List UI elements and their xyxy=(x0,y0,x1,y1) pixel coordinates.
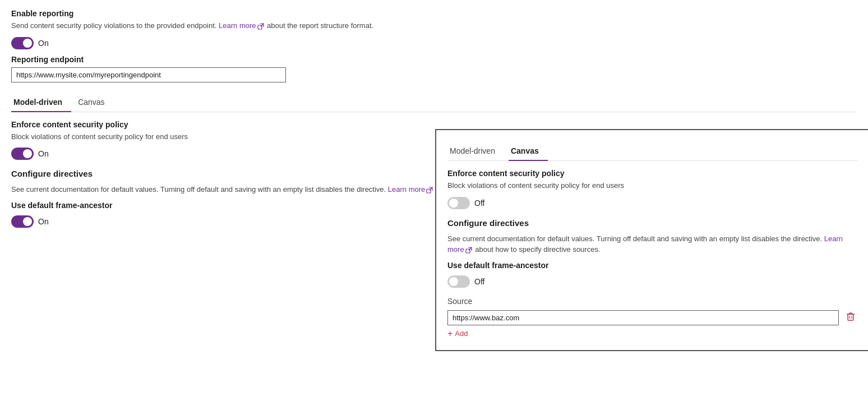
frame-ancestor-toggle-track xyxy=(11,215,34,228)
overlay-tab-model-driven[interactable]: Model-driven xyxy=(447,142,504,161)
enable-reporting-title: Enable reporting xyxy=(11,9,857,18)
overlay-tabs: Model-driven Canvas xyxy=(447,141,858,161)
frame-ancestor-toggle-thumb xyxy=(23,217,32,226)
enable-reporting-learn-more-link[interactable]: Learn more xyxy=(219,21,256,30)
reporting-endpoint-input[interactable] xyxy=(11,67,286,82)
overlay-enforce-csp-toggle-wrap: Off xyxy=(447,197,858,209)
enable-reporting-toggle-wrap: On xyxy=(11,37,857,49)
enforce-csp-toggle-thumb xyxy=(23,149,32,158)
enable-reporting-desc-text1: Send content security policy violations … xyxy=(11,21,219,30)
tab-model-driven[interactable]: Model-driven xyxy=(11,93,71,112)
overlay-configure-directives-title: Configure directives xyxy=(447,218,858,228)
overlay-frame-ancestor-label: Use default frame-ancestor xyxy=(447,261,858,270)
add-plus-icon: + xyxy=(447,329,453,339)
enforce-csp-toggle[interactable] xyxy=(11,148,34,160)
frame-ancestor-toggle-label: On xyxy=(38,217,49,226)
overlay-source-input[interactable] xyxy=(447,310,839,325)
overlay-configure-directives-desc: See current documentation for default va… xyxy=(447,233,858,255)
overlay-frame-ancestor-toggle-wrap: Off xyxy=(447,275,858,288)
frame-ancestor-toggle[interactable] xyxy=(11,215,34,228)
configure-directives-ext-icon xyxy=(426,187,433,194)
enable-reporting-toggle-label: On xyxy=(38,39,49,48)
overlay-enforce-csp-toggle-label: Off xyxy=(474,199,484,208)
configure-directives-learn-more-link[interactable]: Learn more xyxy=(388,185,425,194)
overlay-enforce-csp-toggle-track xyxy=(447,197,470,209)
overlay-enforce-csp-section: Enforce content security policy Block vi… xyxy=(447,169,858,209)
overlay-source-delete-button[interactable] xyxy=(843,311,858,324)
overlay-frame-ancestor-section: Use default frame-ancestor Off xyxy=(447,261,858,288)
overlay-configure-directives-text1: See current documentation for default va… xyxy=(447,234,824,243)
overlay-source-add-button[interactable]: + Add xyxy=(447,329,468,339)
overlay-ext-icon xyxy=(465,247,472,254)
overlay-source-input-row xyxy=(447,310,858,325)
tab-canvas[interactable]: Canvas xyxy=(76,93,113,112)
configure-directives-desc-text1: See current documentation for default va… xyxy=(11,185,388,194)
external-link-icon xyxy=(257,23,264,30)
reporting-endpoint-input-wrap xyxy=(11,67,857,82)
reporting-endpoint-section: Reporting endpoint xyxy=(11,55,857,82)
left-tabs: Model-driven Canvas xyxy=(11,93,857,112)
overlay-frame-ancestor-toggle-label: Off xyxy=(474,277,484,286)
overlay-configure-directives-text2: about how to specify directive sources. xyxy=(473,245,601,254)
enforce-csp-toggle-track xyxy=(11,148,34,160)
overlay-enforce-csp-desc: Block violations of content security pol… xyxy=(447,180,858,191)
overlay-enforce-csp-title: Enforce content security policy xyxy=(447,169,858,178)
enforce-csp-toggle-label: On xyxy=(38,149,49,158)
overlay-enforce-csp-toggle[interactable] xyxy=(447,197,470,209)
trash-icon xyxy=(846,311,856,321)
overlay-add-label: Add xyxy=(455,329,468,338)
overlay-source-label: Source xyxy=(447,297,858,306)
overlay-configure-directives-section: Configure directives See current documen… xyxy=(447,218,858,255)
overlay-frame-ancestor-toggle[interactable] xyxy=(447,275,470,288)
enable-reporting-desc-text2: about the report structure format. xyxy=(265,21,374,30)
overlay-frame-ancestor-toggle-thumb xyxy=(449,277,458,286)
overlay-frame-ancestor-toggle-track xyxy=(447,275,470,288)
enable-reporting-toggle-track xyxy=(11,37,34,49)
svg-rect-6 xyxy=(848,314,853,320)
enable-reporting-toggle[interactable] xyxy=(11,37,34,49)
reporting-endpoint-label: Reporting endpoint xyxy=(11,55,857,64)
overlay-panel: Model-driven Canvas Enforce content secu… xyxy=(435,129,868,351)
enforce-csp-title: Enforce content security policy xyxy=(11,120,857,129)
enable-reporting-toggle-thumb xyxy=(23,39,32,48)
enable-reporting-desc: Send content security policy violations … xyxy=(11,20,857,31)
overlay-enforce-csp-toggle-thumb xyxy=(449,199,458,208)
main-content: Enable reporting Send content security p… xyxy=(11,9,857,228)
overlay-source-section: Source + Add xyxy=(447,297,858,339)
overlay-tab-canvas[interactable]: Canvas xyxy=(509,142,548,161)
enable-reporting-section: Enable reporting Send content security p… xyxy=(11,9,857,49)
